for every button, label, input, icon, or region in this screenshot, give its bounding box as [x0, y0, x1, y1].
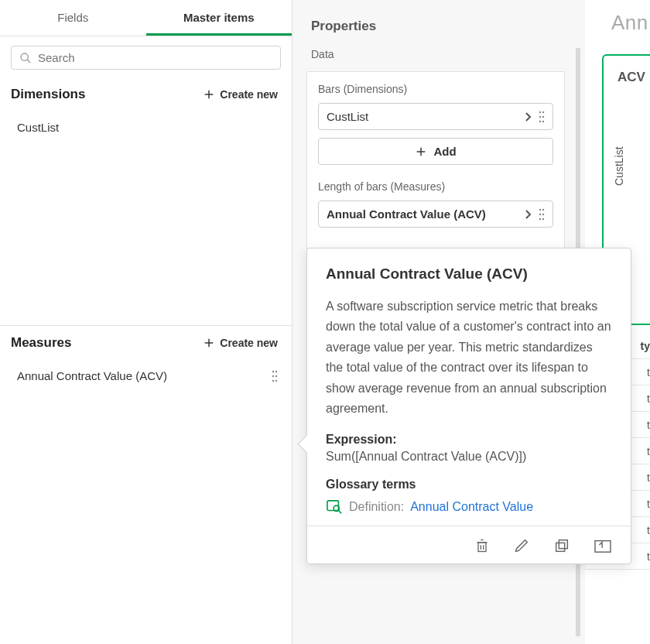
edit-icon[interactable]	[513, 537, 530, 554]
glossary-row: Definition: Annual Contract Value	[326, 499, 612, 515]
add-dimension-label: Add	[433, 145, 456, 158]
measure-detail-popover: Annual Contract Value (ACV) A software s…	[306, 248, 631, 564]
svg-point-10	[272, 379, 274, 381]
popover-footer	[307, 526, 631, 564]
drag-handle-icon[interactable]	[539, 208, 545, 221]
tab-master-items[interactable]: Master items	[146, 0, 292, 36]
search-container	[0, 36, 292, 77]
glossary-icon	[326, 499, 343, 515]
svg-point-23	[542, 213, 544, 214]
expression-value: Sum([Annual Contract Value (ACV)])	[326, 450, 612, 464]
search-input[interactable]	[38, 51, 272, 64]
svg-rect-36	[595, 541, 611, 553]
add-dimension-button[interactable]: Add	[318, 138, 553, 165]
svg-rect-29	[478, 543, 486, 552]
dimensions-title: Dimensions	[11, 87, 85, 102]
svg-point-9	[275, 375, 277, 376]
assets-panel: Fields Master items Dimensions Create ne…	[0, 0, 292, 644]
search-field[interactable]	[11, 46, 281, 70]
popover-title: Annual Contract Value (ACV)	[326, 265, 612, 283]
chevron-right-icon[interactable]	[525, 111, 532, 122]
svg-point-17	[542, 120, 544, 122]
svg-point-20	[539, 208, 541, 210]
create-measure-button[interactable]: Create new	[203, 337, 278, 349]
svg-point-7	[275, 370, 277, 372]
chart-title-fragment: Ann	[585, 0, 650, 35]
data-card: Bars (Dimensions) CustList Add Length of…	[306, 71, 565, 250]
measure-pill-label: Annual Contract Value (ACV)	[327, 207, 486, 221]
drag-handle-icon[interactable]	[539, 111, 545, 123]
measures-title: Measures	[11, 335, 71, 351]
data-section-label: Data	[292, 48, 576, 71]
svg-rect-34	[556, 543, 565, 552]
measure-item-acv[interactable]: Annual Contract Value (ACV)	[0, 361, 292, 390]
svg-point-0	[21, 53, 28, 60]
chart-yaxis-label: CustList	[613, 146, 625, 186]
duplicate-icon[interactable]	[553, 537, 570, 554]
tab-fields[interactable]: Fields	[0, 0, 146, 36]
measures-section: Measures Create new Annual Contract Valu…	[0, 326, 292, 395]
svg-point-13	[542, 111, 544, 112]
svg-point-14	[539, 115, 541, 117]
dimension-item-label: CustList	[17, 121, 59, 134]
create-dimension-label: Create new	[220, 88, 278, 101]
search-icon	[19, 52, 38, 64]
svg-point-12	[539, 111, 541, 112]
svg-line-28	[338, 511, 341, 514]
svg-point-15	[542, 115, 544, 117]
properties-title: Properties	[292, 11, 585, 48]
svg-point-22	[539, 213, 541, 214]
dimension-pill-label: CustList	[327, 110, 368, 123]
svg-point-25	[542, 218, 544, 219]
svg-point-21	[542, 208, 544, 210]
dimensions-section: Dimensions Create new CustList	[0, 77, 292, 326]
create-measure-label: Create new	[220, 337, 278, 349]
definition-link[interactable]: Annual Contract Value	[410, 500, 533, 514]
open-in-icon[interactable]	[594, 537, 612, 554]
svg-point-11	[275, 379, 277, 381]
create-dimension-button[interactable]: Create new	[203, 88, 278, 101]
expression-label: Expression:	[326, 433, 612, 447]
svg-point-24	[539, 218, 541, 219]
definition-label: Definition:	[349, 500, 404, 514]
svg-point-16	[539, 120, 541, 122]
svg-point-6	[272, 370, 274, 372]
chevron-right-icon[interactable]	[525, 209, 532, 220]
length-label: Length of bars (Measures)	[318, 180, 553, 193]
assets-tabs: Fields Master items	[0, 0, 292, 36]
drag-handle-icon[interactable]	[272, 370, 278, 382]
glossary-label: Glossary terms	[326, 478, 612, 492]
dimension-pill-custlist[interactable]: CustList	[318, 103, 553, 130]
svg-rect-35	[559, 540, 567, 549]
measure-pill-acv[interactable]: Annual Contract Value (ACV)	[318, 200, 553, 228]
measure-item-label: Annual Contract Value (ACV)	[17, 369, 167, 382]
popover-description: A software subscription service metric t…	[326, 296, 612, 419]
delete-icon[interactable]	[474, 537, 490, 554]
svg-point-8	[272, 375, 274, 376]
svg-line-1	[27, 60, 30, 63]
dimension-item-custlist[interactable]: CustList	[0, 113, 292, 142]
chart-acv-label: ACV	[618, 70, 645, 85]
bars-label: Bars (Dimensions)	[318, 83, 553, 95]
